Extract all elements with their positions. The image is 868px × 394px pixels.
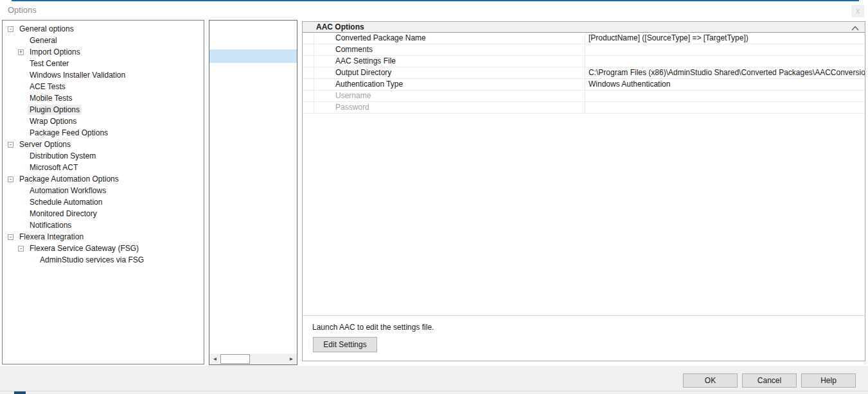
tree-item-label: Distribution System (28, 151, 98, 161)
background-taskbar-fragment (14, 391, 26, 394)
launch-aac-text: Launch AAC to edit the settings file. (312, 323, 434, 332)
expand-collapse-icon[interactable]: + (18, 49, 24, 55)
property-name: Comments (314, 44, 585, 55)
property-name: Authentication Type (314, 79, 585, 90)
property-row[interactable]: Output Directory C:\Program Files (x86)\… (303, 67, 865, 79)
expand-collapse-icon[interactable]: - (18, 246, 24, 252)
property-name: Username (314, 90, 585, 101)
tree-item-label: Import Options (28, 47, 82, 57)
list-item[interactable] (209, 76, 297, 90)
property-row[interactable]: AAC Settings File (303, 56, 865, 67)
tree-item[interactable]: Monitored Directory (3, 208, 204, 219)
property-name: Output Directory (314, 67, 585, 78)
property-row-gutter (303, 33, 314, 44)
tree-item-label: General (28, 35, 59, 46)
tree-item-label: Mobile Tests (28, 93, 74, 103)
tree-item-label: Server Options (17, 139, 73, 150)
property-row[interactable]: Password (303, 102, 865, 114)
scrollbar-thumb[interactable] (220, 354, 250, 364)
tree-item-label: Flexera Integration (17, 232, 85, 242)
tree-item[interactable]: Microsoft ACT (3, 162, 204, 173)
property-row-gutter (303, 67, 314, 78)
property-group-header[interactable]: AAC Options (303, 22, 865, 33)
list-item[interactable] (209, 36, 297, 49)
property-row[interactable]: Authentication Type Windows Authenticati… (303, 79, 865, 90)
tree-item-label: ACE Tests (28, 81, 67, 92)
tree-item-label: Package Feed Options (28, 128, 110, 138)
tree-item-label: Wrap Options (28, 116, 78, 126)
tree-item[interactable]: Package Feed Options (3, 127, 204, 139)
list-item[interactable] (209, 49, 297, 63)
tree-item[interactable]: + Import Options (3, 46, 204, 58)
tree-item-label: Schedule Automation (28, 197, 104, 207)
expand-collapse-icon[interactable]: - (8, 142, 13, 148)
tree-item[interactable]: Mobile Tests (3, 92, 204, 104)
tree-item-label: Microsoft ACT (28, 162, 80, 173)
options-tree: - General options General + Import Optio… (2, 20, 204, 364)
tree-item[interactable]: Wrap Options (3, 116, 204, 127)
list-item[interactable] (209, 63, 297, 76)
tree-item[interactable]: Schedule Automation (3, 196, 204, 208)
close-icon[interactable]: x (851, 5, 864, 17)
property-value[interactable] (585, 102, 865, 113)
tree-item-label: Flexera Service Gateway (FSG) (28, 243, 141, 253)
tree-item[interactable]: ACE Tests (3, 81, 204, 92)
title-bar: Options x (0, 1, 868, 19)
scroll-left-icon[interactable]: ◄ (209, 354, 220, 364)
plugin-list-items (209, 22, 297, 103)
tree-item[interactable]: Plugin Options (3, 104, 204, 116)
scroll-right-icon[interactable]: ► (286, 354, 297, 364)
tree-item-label: AdminStudio services via FSG (38, 255, 146, 265)
tree-item[interactable]: Distribution System (3, 150, 204, 162)
expand-collapse-icon[interactable]: - (8, 176, 13, 182)
list-item[interactable] (209, 22, 297, 36)
property-value[interactable] (585, 44, 865, 55)
property-value[interactable]: [ProductName] ([SourceType] => [TargetTy… (585, 33, 865, 44)
tree-item-label: Plugin Options (28, 105, 82, 115)
property-row[interactable]: Username (303, 90, 865, 102)
property-value[interactable]: C:\Program Files (x86)\AdminStudio Share… (585, 67, 865, 78)
launch-aac-section: Launch AAC to edit the settings file. Ed… (303, 315, 865, 361)
property-value[interactable] (585, 56, 865, 67)
tree-item[interactable]: - General options (3, 23, 204, 35)
property-row-gutter (303, 44, 314, 55)
property-value[interactable] (585, 90, 865, 101)
cancel-button[interactable]: Cancel (742, 373, 797, 388)
tree-item-label: Test Center (28, 58, 71, 69)
property-name: Converted Package Name (314, 33, 585, 44)
tree-item[interactable]: Test Center (3, 58, 204, 69)
property-row-gutter (303, 79, 314, 90)
tree-item-label: Notifications (28, 220, 73, 230)
edit-settings-button[interactable]: Edit Settings (313, 337, 377, 352)
tree-item-label: Windows Installer Validation (28, 70, 127, 80)
tree-item-label: General options (17, 24, 76, 34)
expand-collapse-icon[interactable]: - (8, 26, 13, 32)
tree-item[interactable]: - Package Automation Options (3, 173, 204, 185)
property-row-gutter (303, 90, 314, 101)
horizontal-scrollbar[interactable]: ◄ ► (209, 354, 297, 364)
tree-item[interactable]: AdminStudio services via FSG (3, 254, 204, 266)
tree-item-label: Monitored Directory (28, 209, 99, 219)
tree-item[interactable]: - Flexera Integration (3, 231, 204, 243)
property-grid: Converted Package Name [ProductName] ([S… (303, 33, 865, 114)
help-button[interactable]: Help (801, 373, 856, 388)
tree-item[interactable]: - Flexera Service Gateway (FSG) (3, 243, 204, 254)
tree-item[interactable]: Windows Installer Validation (3, 69, 204, 81)
footer-divider (0, 391, 868, 391)
property-row[interactable]: Comments (303, 44, 865, 56)
tree-item[interactable]: General (3, 35, 204, 46)
property-row-gutter (303, 102, 314, 113)
list-item[interactable] (209, 90, 297, 103)
tree-item[interactable]: Notifications (3, 219, 204, 231)
settings-panel: AAC Options Converted Package Name [Prod… (302, 21, 865, 361)
ok-button[interactable]: OK (683, 373, 738, 388)
chevron-up-icon[interactable] (851, 24, 859, 33)
window-title: Options (8, 5, 37, 15)
tree-item-label: Automation Workflows (28, 185, 108, 196)
tree-item-label: Package Automation Options (17, 174, 121, 184)
property-value[interactable]: Windows Authentication (585, 79, 865, 90)
property-row[interactable]: Converted Package Name [ProductName] ([S… (303, 33, 865, 44)
tree-item[interactable]: Automation Workflows (3, 185, 204, 196)
expand-collapse-icon[interactable]: - (8, 234, 13, 240)
tree-item[interactable]: - Server Options (3, 139, 204, 150)
